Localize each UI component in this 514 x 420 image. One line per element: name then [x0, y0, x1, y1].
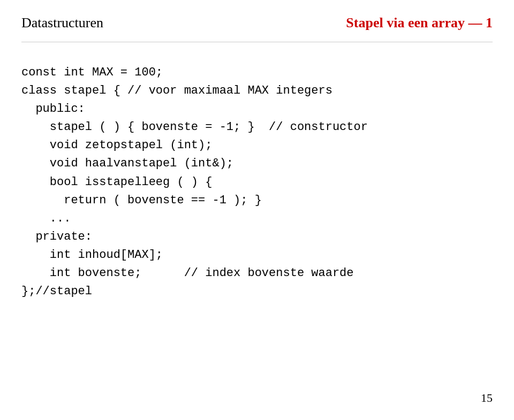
code-block: const int MAX = 100; class stapel { // v…: [0, 58, 514, 301]
code-line-9: ...: [21, 210, 493, 228]
header-left-title: Datastructuren: [21, 15, 103, 31]
code-line-5: void zetopstapel (int);: [21, 136, 493, 155]
code-line-8: return ( bovenste == -1 ); }: [21, 192, 493, 210]
code-line-4: stapel ( ) { bovenste = -1; } // constru…: [21, 118, 493, 136]
code-line-6: void haalvanstapel (int&);: [21, 155, 493, 173]
page-number: 15: [481, 391, 493, 405]
header-divider: [21, 42, 493, 42]
header-right-title: Stapel via een array — 1: [346, 15, 493, 31]
code-line-10: private:: [21, 228, 493, 246]
code-line-2: class stapel { // voor maximaal MAX inte…: [21, 82, 493, 100]
slide-header: Datastructuren Stapel via een array — 1: [0, 0, 514, 42]
code-line-1: const int MAX = 100;: [21, 64, 493, 82]
code-line-12: int bovenste; // index bovenste waarde: [21, 264, 493, 282]
code-line-3: public:: [21, 100, 493, 118]
code-line-13: };//stapel: [21, 282, 493, 301]
code-line-7: bool isstapelleeg ( ) {: [21, 173, 493, 192]
code-line-11: int inhoud[MAX];: [21, 246, 493, 264]
